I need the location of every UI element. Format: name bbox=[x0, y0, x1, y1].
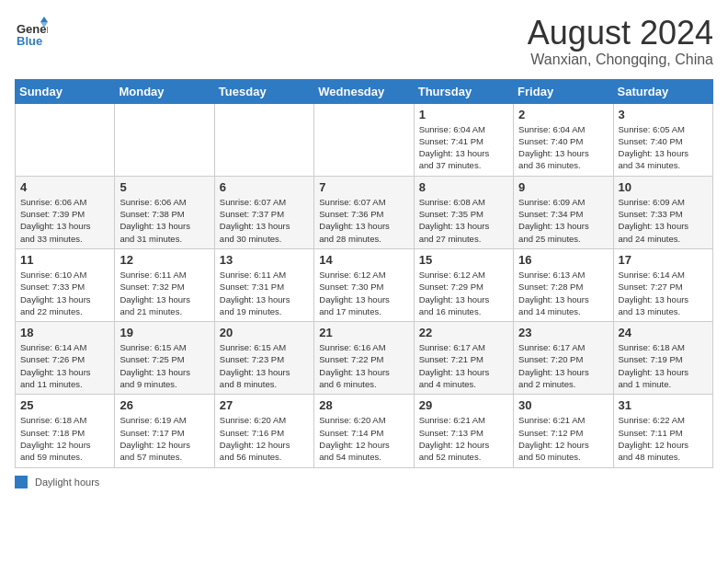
day-info: Sunrise: 6:21 AM Sunset: 7:13 PM Dayligh… bbox=[419, 414, 508, 463]
day-info: Sunrise: 6:07 AM Sunset: 7:37 PM Dayligh… bbox=[220, 196, 309, 245]
day-number: 21 bbox=[319, 326, 408, 339]
calendar-cell-w3-d7: 17Sunrise: 6:14 AM Sunset: 7:27 PM Dayli… bbox=[613, 248, 712, 321]
logo: General Blue bbox=[15, 15, 48, 52]
day-info: Sunrise: 6:09 AM Sunset: 7:33 PM Dayligh… bbox=[619, 196, 708, 245]
calendar-week-3: 11Sunrise: 6:10 AM Sunset: 7:33 PM Dayli… bbox=[16, 248, 713, 321]
calendar-cell-w3-d2: 12Sunrise: 6:11 AM Sunset: 7:32 PM Dayli… bbox=[115, 248, 214, 321]
day-number: 26 bbox=[119, 398, 209, 412]
day-number: 18 bbox=[20, 326, 109, 339]
day-number: 13 bbox=[220, 253, 309, 267]
calendar-cell-w5-d3: 27Sunrise: 6:20 AM Sunset: 7:16 PM Dayli… bbox=[214, 395, 313, 467]
calendar-cell-w4-d7: 24Sunrise: 6:18 AM Sunset: 7:19 PM Dayli… bbox=[613, 322, 712, 395]
footer: Daylight hours bbox=[15, 476, 713, 488]
day-number: 20 bbox=[220, 326, 309, 339]
calendar-cell-w4-d2: 19Sunrise: 6:15 AM Sunset: 7:25 PM Dayli… bbox=[115, 322, 214, 395]
calendar-week-5: 25Sunrise: 6:18 AM Sunset: 7:18 PM Dayli… bbox=[16, 395, 713, 467]
day-number: 6 bbox=[220, 180, 309, 194]
day-number: 7 bbox=[319, 180, 408, 194]
day-number: 8 bbox=[419, 180, 508, 194]
calendar-cell-w1-d7: 3Sunrise: 6:05 AM Sunset: 7:40 PM Daylig… bbox=[613, 103, 712, 176]
day-number: 15 bbox=[419, 253, 508, 267]
svg-marker-2 bbox=[40, 17, 48, 22]
day-info: Sunrise: 6:18 AM Sunset: 7:18 PM Dayligh… bbox=[20, 414, 109, 463]
calendar-cell-w1-d2 bbox=[115, 103, 214, 176]
day-number: 9 bbox=[518, 180, 608, 194]
calendar-cell-w1-d5: 1Sunrise: 6:04 AM Sunset: 7:41 PM Daylig… bbox=[414, 103, 513, 176]
calendar-cell-w1-d6: 2Sunrise: 6:04 AM Sunset: 7:40 PM Daylig… bbox=[514, 103, 613, 176]
day-info: Sunrise: 6:13 AM Sunset: 7:28 PM Dayligh… bbox=[518, 269, 608, 317]
calendar-cell-w5-d5: 29Sunrise: 6:21 AM Sunset: 7:13 PM Dayli… bbox=[414, 395, 513, 467]
day-info: Sunrise: 6:06 AM Sunset: 7:38 PM Dayligh… bbox=[119, 196, 209, 245]
header-wednesday: Wednesday bbox=[314, 79, 414, 103]
day-number: 2 bbox=[518, 108, 608, 121]
day-number: 22 bbox=[419, 326, 508, 339]
calendar-cell-w1-d1 bbox=[16, 103, 115, 176]
calendar-cell-w2-d7: 10Sunrise: 6:09 AM Sunset: 7:33 PM Dayli… bbox=[613, 176, 712, 248]
header-friday: Friday bbox=[514, 79, 613, 103]
calendar-cell-w4-d4: 21Sunrise: 6:16 AM Sunset: 7:22 PM Dayli… bbox=[314, 322, 414, 395]
day-info: Sunrise: 6:12 AM Sunset: 7:29 PM Dayligh… bbox=[419, 269, 508, 317]
day-info: Sunrise: 6:22 AM Sunset: 7:11 PM Dayligh… bbox=[619, 414, 708, 463]
day-info: Sunrise: 6:20 AM Sunset: 7:14 PM Dayligh… bbox=[319, 414, 408, 463]
day-info: Sunrise: 6:18 AM Sunset: 7:19 PM Dayligh… bbox=[619, 341, 708, 390]
calendar-cell-w2-d1: 4Sunrise: 6:06 AM Sunset: 7:39 PM Daylig… bbox=[16, 176, 115, 248]
location-subtitle: Wanxian, Chongqing, China bbox=[528, 52, 713, 68]
day-info: Sunrise: 6:14 AM Sunset: 7:27 PM Dayligh… bbox=[619, 269, 708, 317]
day-info: Sunrise: 6:04 AM Sunset: 7:40 PM Dayligh… bbox=[518, 123, 608, 172]
day-info: Sunrise: 6:11 AM Sunset: 7:31 PM Dayligh… bbox=[220, 269, 309, 317]
header: General Blue August 2024 Wanxian, Chongq… bbox=[15, 15, 713, 68]
day-info: Sunrise: 6:10 AM Sunset: 7:33 PM Dayligh… bbox=[20, 269, 109, 317]
day-info: Sunrise: 6:16 AM Sunset: 7:22 PM Dayligh… bbox=[319, 341, 408, 390]
day-info: Sunrise: 6:06 AM Sunset: 7:39 PM Dayligh… bbox=[20, 196, 109, 245]
day-number: 1 bbox=[419, 108, 508, 121]
calendar-cell-w5-d1: 25Sunrise: 6:18 AM Sunset: 7:18 PM Dayli… bbox=[16, 395, 115, 467]
day-number: 5 bbox=[119, 180, 209, 194]
day-number: 4 bbox=[20, 180, 109, 194]
day-number: 16 bbox=[518, 253, 608, 267]
calendar-cell-w5-d4: 28Sunrise: 6:20 AM Sunset: 7:14 PM Dayli… bbox=[314, 395, 414, 467]
day-info: Sunrise: 6:11 AM Sunset: 7:32 PM Dayligh… bbox=[119, 269, 209, 317]
calendar-cell-w5-d7: 31Sunrise: 6:22 AM Sunset: 7:11 PM Dayli… bbox=[613, 395, 712, 467]
calendar-cell-w4-d1: 18Sunrise: 6:14 AM Sunset: 7:26 PM Dayli… bbox=[16, 322, 115, 395]
day-number: 11 bbox=[20, 253, 109, 267]
day-number: 25 bbox=[20, 398, 109, 412]
day-info: Sunrise: 6:09 AM Sunset: 7:34 PM Dayligh… bbox=[518, 196, 608, 245]
calendar-cell-w5-d2: 26Sunrise: 6:19 AM Sunset: 7:17 PM Dayli… bbox=[115, 395, 214, 467]
calendar-cell-w2-d6: 9Sunrise: 6:09 AM Sunset: 7:34 PM Daylig… bbox=[514, 176, 613, 248]
day-info: Sunrise: 6:05 AM Sunset: 7:40 PM Dayligh… bbox=[619, 123, 708, 172]
day-info: Sunrise: 6:19 AM Sunset: 7:17 PM Dayligh… bbox=[119, 414, 209, 463]
calendar-cell-w2-d5: 8Sunrise: 6:08 AM Sunset: 7:35 PM Daylig… bbox=[414, 176, 513, 248]
day-number: 3 bbox=[619, 108, 708, 121]
logo-icon: General Blue bbox=[15, 15, 48, 52]
header-thursday: Thursday bbox=[414, 79, 513, 103]
calendar-cell-w5-d6: 30Sunrise: 6:21 AM Sunset: 7:12 PM Dayli… bbox=[514, 395, 613, 467]
day-info: Sunrise: 6:04 AM Sunset: 7:41 PM Dayligh… bbox=[419, 123, 508, 172]
day-info: Sunrise: 6:21 AM Sunset: 7:12 PM Dayligh… bbox=[518, 414, 608, 463]
header-saturday: Saturday bbox=[613, 79, 712, 103]
day-number: 14 bbox=[319, 253, 408, 267]
day-number: 29 bbox=[419, 398, 508, 412]
calendar-week-2: 4Sunrise: 6:06 AM Sunset: 7:39 PM Daylig… bbox=[16, 176, 713, 248]
day-number: 10 bbox=[619, 180, 708, 194]
title-area: August 2024 Wanxian, Chongqing, China bbox=[528, 15, 713, 68]
calendar-cell-w1-d3 bbox=[214, 103, 313, 176]
calendar-cell-w4-d3: 20Sunrise: 6:15 AM Sunset: 7:23 PM Dayli… bbox=[214, 322, 313, 395]
day-info: Sunrise: 6:08 AM Sunset: 7:35 PM Dayligh… bbox=[419, 196, 508, 245]
day-number: 17 bbox=[619, 253, 708, 267]
calendar-cell-w2-d2: 5Sunrise: 6:06 AM Sunset: 7:38 PM Daylig… bbox=[115, 176, 214, 248]
calendar-cell-w3-d6: 16Sunrise: 6:13 AM Sunset: 7:28 PM Dayli… bbox=[514, 248, 613, 321]
calendar-cell-w3-d5: 15Sunrise: 6:12 AM Sunset: 7:29 PM Dayli… bbox=[414, 248, 513, 321]
day-info: Sunrise: 6:12 AM Sunset: 7:30 PM Dayligh… bbox=[319, 269, 408, 317]
day-info: Sunrise: 6:14 AM Sunset: 7:26 PM Dayligh… bbox=[20, 341, 109, 390]
calendar-cell-w1-d4 bbox=[314, 103, 414, 176]
calendar-cell-w4-d6: 23Sunrise: 6:17 AM Sunset: 7:20 PM Dayli… bbox=[514, 322, 613, 395]
daylight-label: Daylight hours bbox=[35, 477, 99, 488]
header-monday: Monday bbox=[115, 79, 214, 103]
daylight-color-box bbox=[15, 476, 28, 488]
calendar-cell-w3-d3: 13Sunrise: 6:11 AM Sunset: 7:31 PM Dayli… bbox=[214, 248, 313, 321]
day-number: 28 bbox=[319, 398, 408, 412]
calendar-header-row: Sunday Monday Tuesday Wednesday Thursday… bbox=[16, 79, 713, 103]
day-info: Sunrise: 6:17 AM Sunset: 7:20 PM Dayligh… bbox=[518, 341, 608, 390]
day-info: Sunrise: 6:15 AM Sunset: 7:25 PM Dayligh… bbox=[119, 341, 209, 390]
day-number: 30 bbox=[518, 398, 608, 412]
